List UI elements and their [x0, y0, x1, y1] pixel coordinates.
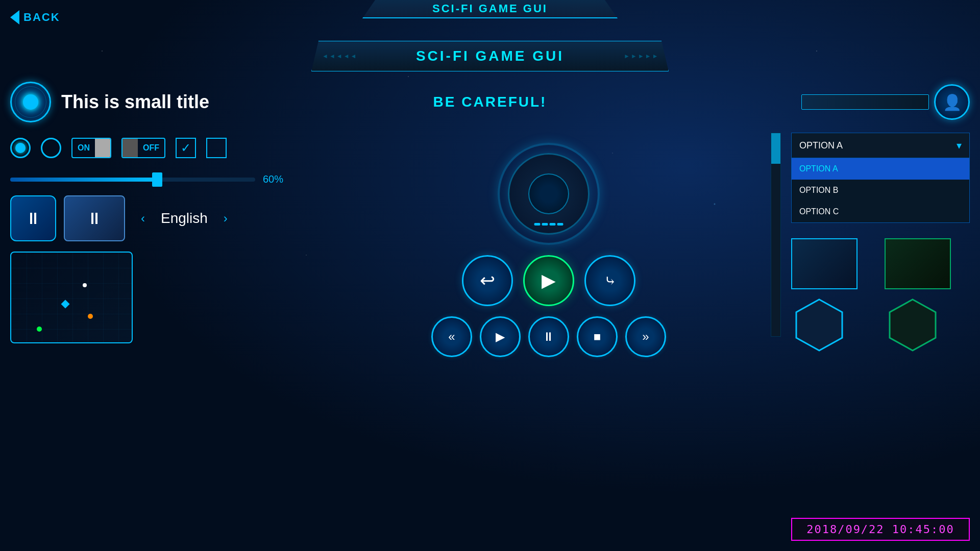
language-label: English	[161, 210, 208, 227]
skip-back-icon: «	[448, 330, 455, 344]
right-panel: OPTION A ▾ OPTION A OPTION B OPTION C	[791, 133, 970, 541]
radio-button-1[interactable]	[10, 138, 31, 158]
pause-icon-1: ⏸	[25, 209, 41, 228]
dial-container	[498, 143, 600, 245]
dial-inner-ring	[508, 153, 590, 235]
dropdown-option-a[interactable]: OPTION A	[792, 158, 969, 180]
left-panel: ON OFF ✓ 60%	[10, 133, 306, 541]
datetime-display: 2018/09/22 10:45:00	[791, 518, 970, 541]
top-title-bar: SCI-FI GAME GUI	[362, 0, 618, 18]
main-content: ON OFF ✓ 60%	[10, 133, 970, 541]
slider-fill	[10, 178, 157, 182]
pause-button-1[interactable]: ⏸	[10, 195, 56, 241]
svg-marker-0	[796, 299, 842, 350]
header-title: SCI-FI GAME GUI	[416, 48, 564, 64]
dropdown-option-c[interactable]: OPTION C	[792, 201, 969, 222]
small-title-icon	[10, 82, 51, 122]
dropdown-container: OPTION A ▾ OPTION A OPTION B OPTION C	[791, 133, 970, 223]
shape-hex-blue[interactable]	[791, 297, 847, 353]
dropdown-header[interactable]: OPTION A ▾	[791, 133, 970, 158]
profile-area: 👤	[801, 84, 970, 120]
top-title-text: SCI-FI GAME GUI	[432, 2, 548, 15]
back-label: BACK	[23, 11, 60, 24]
dropdown-selected-value: OPTION A	[799, 140, 843, 151]
bottom-controls: « ▶ ⏸ ■ »	[431, 316, 666, 357]
media-controls: ↩ ▶ ⤷	[462, 255, 635, 306]
exit-icon: ⤷	[604, 272, 616, 289]
exit-button[interactable]: ⤷	[584, 255, 635, 306]
map-dot-orange	[88, 314, 93, 319]
slider-thumb[interactable]	[152, 172, 162, 187]
chevron-left-icon: ‹	[141, 211, 145, 226]
profile-bar	[801, 94, 929, 110]
next-button[interactable]: ▶	[480, 316, 521, 357]
check-icon: ✓	[181, 141, 191, 155]
dial-arc	[534, 223, 564, 226]
play-icon: ▶	[542, 270, 556, 291]
shape-square-green[interactable]	[885, 238, 951, 289]
stop-button[interactable]: ■	[577, 316, 618, 357]
language-next-button[interactable]: ›	[215, 208, 236, 229]
pause-row: ⏸ ⏸ ‹ English ›	[10, 195, 306, 241]
dial-center	[528, 173, 569, 214]
small-title-text: This is small title	[61, 91, 209, 113]
center-panel: ↩ ▶ ⤷ « ▶ ⏸	[316, 133, 781, 541]
replay-button[interactable]: ↩	[462, 255, 513, 306]
back-button[interactable]: BACK	[10, 10, 60, 24]
scroll-thumb	[771, 133, 780, 164]
stop-icon: ■	[594, 330, 601, 344]
checkbox-checked[interactable]: ✓	[176, 138, 196, 158]
slider-row: 60%	[10, 173, 306, 185]
checkbox-unchecked[interactable]	[206, 138, 227, 158]
toggle-off-label: OFF	[138, 143, 164, 153]
pause-button-2[interactable]: ⏸	[64, 195, 125, 241]
map-dot-diamond	[61, 300, 70, 309]
datetime-value: 2018/09/22 10:45:00	[806, 523, 954, 536]
mini-map	[10, 252, 133, 343]
avatar-icon: 👤	[943, 93, 962, 111]
chevron-right-icon: ›	[224, 211, 228, 226]
dropdown-arrow-icon: ▾	[957, 139, 962, 152]
shape-hex-green[interactable]	[885, 297, 941, 353]
dropdown-option-b[interactable]: OPTION B	[792, 180, 969, 201]
be-careful-text: BE CAREFUL!	[433, 94, 547, 110]
shape-square-blue[interactable]	[791, 238, 857, 289]
scroll-bar[interactable]	[771, 133, 781, 337]
svg-marker-1	[890, 299, 936, 350]
controls-row: ON OFF ✓	[10, 133, 306, 163]
skip-forward-icon: »	[642, 330, 649, 344]
toggle-off-switch	[122, 139, 138, 157]
shapes-grid	[791, 238, 970, 353]
slider-track[interactable]	[10, 178, 255, 182]
toggle-on-label: ON	[72, 143, 95, 153]
pause-transport-icon: ⏸	[543, 330, 555, 344]
map-dot-white	[83, 283, 87, 287]
replay-icon: ↩	[480, 270, 495, 291]
skip-forward-button[interactable]: »	[625, 316, 666, 357]
pause-icon-2: ⏸	[86, 209, 103, 228]
header-bar: SCI-FI GAME GUI	[311, 41, 669, 71]
pause-transport-button[interactable]: ⏸	[528, 316, 569, 357]
radio-button-2[interactable]	[41, 138, 61, 158]
toggle-on-switch	[95, 139, 110, 157]
back-arrow-icon	[10, 10, 19, 24]
next-icon: ▶	[496, 330, 505, 344]
slider-value: 60%	[263, 173, 283, 185]
dropdown-list: OPTION A OPTION B OPTION C	[791, 158, 970, 223]
map-dot-green	[37, 327, 42, 332]
toggle-on[interactable]: ON	[71, 138, 111, 158]
play-button[interactable]: ▶	[523, 255, 574, 306]
toggle-off[interactable]: OFF	[121, 138, 165, 158]
profile-avatar[interactable]: 👤	[934, 84, 970, 120]
language-prev-button[interactable]: ‹	[133, 208, 153, 229]
skip-back-button[interactable]: «	[431, 316, 472, 357]
